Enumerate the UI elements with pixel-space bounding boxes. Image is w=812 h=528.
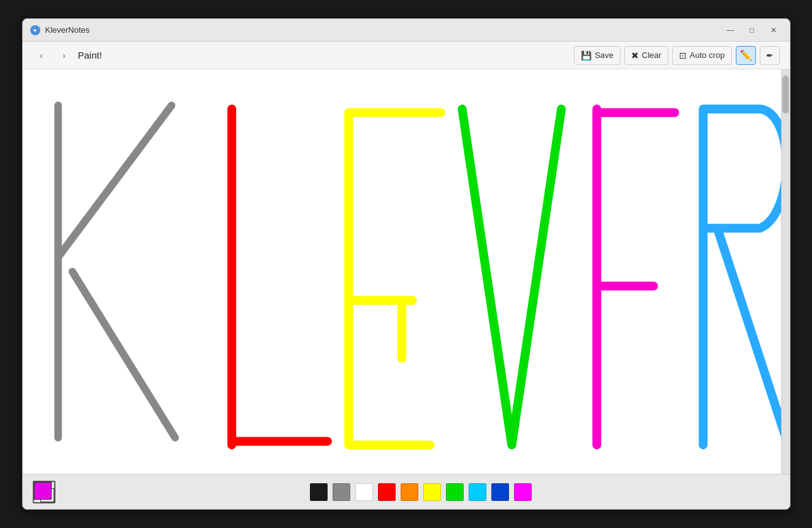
eraser-tool-button[interactable]: ✒ xyxy=(760,46,780,65)
main-area xyxy=(23,69,790,474)
title-bar: ● KleverNotes — □ ✕ xyxy=(23,19,790,42)
color-swatch-black[interactable] xyxy=(310,483,328,501)
maximize-button[interactable]: □ xyxy=(743,23,761,37)
save-label: Save xyxy=(595,50,614,60)
minimize-button[interactable]: — xyxy=(722,23,740,37)
color-swatch-cyan[interactable] xyxy=(469,483,486,501)
color-swatch-orange[interactable] xyxy=(401,483,418,501)
vertical-scrollbar[interactable] xyxy=(781,69,790,474)
paint-canvas[interactable] xyxy=(23,69,781,474)
color-palette xyxy=(62,483,780,501)
color-bar xyxy=(23,474,790,509)
save-icon: 💾 xyxy=(581,50,592,60)
autocrop-icon: ⊡ xyxy=(679,50,687,60)
color-swatch-magenta[interactable] xyxy=(514,483,532,501)
color-swatch-white[interactable] xyxy=(355,483,373,501)
back-button[interactable]: ‹ xyxy=(33,47,50,64)
clear-icon: ✖ xyxy=(631,50,639,60)
save-button[interactable]: 💾 Save xyxy=(574,46,620,65)
forward-button[interactable]: › xyxy=(55,47,73,64)
autocrop-button[interactable]: ⊡ Auto crop xyxy=(672,46,732,65)
color-swatch-green[interactable] xyxy=(446,483,464,501)
clear-label: Clear xyxy=(642,50,661,60)
autocrop-label: Auto crop xyxy=(690,50,725,60)
close-button[interactable]: ✕ xyxy=(765,23,782,37)
foreground-color-box xyxy=(34,482,52,500)
pen-icon: ✏️ xyxy=(740,49,752,61)
canvas-container[interactable] xyxy=(23,69,781,474)
color-swatch-red[interactable] xyxy=(378,483,396,501)
eraser-icon: ✒ xyxy=(766,50,774,60)
title-bar-left: ● KleverNotes xyxy=(30,25,90,35)
main-window: ● KleverNotes — □ ✕ ‹ › Paint! 💾 Save ✖ … xyxy=(22,18,791,510)
color-swatch-gray[interactable] xyxy=(333,483,350,501)
color-swatch-yellow[interactable] xyxy=(423,483,441,501)
current-color-selector[interactable] xyxy=(33,481,55,503)
scrollbar-thumb[interactable] xyxy=(782,76,789,113)
toolbar-actions: 💾 Save ✖ Clear ⊡ Auto crop ✏️ ✒ xyxy=(574,46,779,65)
page-title: Paint! xyxy=(78,50,569,60)
pen-tool-button[interactable]: ✏️ xyxy=(736,46,756,65)
color-swatch-blue[interactable] xyxy=(491,483,509,501)
app-icon: ● xyxy=(30,25,40,35)
window-title: KleverNotes xyxy=(45,25,90,35)
title-bar-controls: — □ ✕ xyxy=(722,23,782,37)
toolbar: ‹ › Paint! 💾 Save ✖ Clear ⊡ Auto crop ✏️… xyxy=(23,42,790,69)
clear-button[interactable]: ✖ Clear xyxy=(624,46,668,65)
